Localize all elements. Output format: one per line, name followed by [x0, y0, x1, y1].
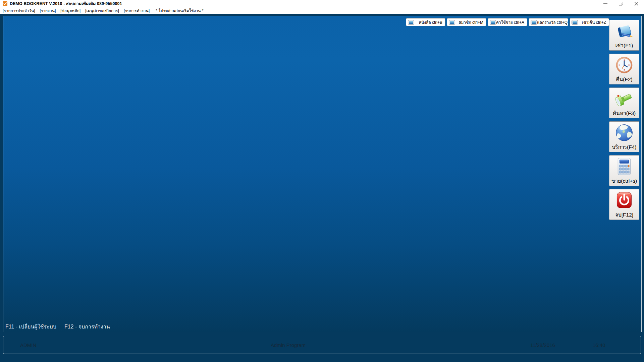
quickbar-button-members[interactable]: สมาชิก ctrl+M [447, 18, 486, 26]
monitor-icon [572, 20, 578, 25]
restore-icon [619, 2, 623, 6]
power-icon [614, 190, 634, 210]
sidebar-button-return[interactable]: คืน(F2) [609, 54, 639, 84]
clock-icon [614, 55, 634, 75]
monitor-icon [408, 20, 414, 25]
minimize-icon [603, 2, 607, 6]
minimize-button[interactable] [598, 0, 613, 7]
title-bar: DEMO BOOKRENT V.2010 : สอบถามเพิ่มเติม 0… [0, 0, 644, 7]
quickbar-button-rent-return[interactable]: เช่า:คืน ctrl+Z [570, 18, 609, 26]
sidebar-button-sell[interactable]: ขาย(ctrl+s) [609, 155, 639, 186]
main-panel: หนังสือ ctrl+B สมาชิก ctrl+M ค่าใช้จ่าย … [3, 16, 642, 332]
menu-item-exit[interactable]: [จบการทำงาน] [121, 7, 152, 14]
monitor-icon [449, 20, 455, 25]
quickbar-button-expenses[interactable]: ค่าใช้จ่าย ctrl+A [488, 18, 527, 26]
calculator-icon [614, 157, 634, 177]
quick-access-bar: หนังสือ ctrl+B สมาชิก ctrl+M ค่าใช้จ่าย … [406, 18, 609, 26]
restore-button[interactable] [613, 0, 629, 7]
close-icon [635, 2, 638, 6]
menu-item-readme-note[interactable]: * โปรดอ่านก่อนเริ่มใช้งาน * [153, 7, 206, 14]
menu-item-owner-menu[interactable]: [เมนูเจ้าของกิจการ] [83, 7, 121, 14]
sidebar-button-service[interactable]: บริการ(F4) [609, 121, 639, 152]
status-bar: ADMIN Admin Program 11/28/2016 16:40 [3, 336, 641, 354]
window-controls [598, 0, 644, 7]
monitor-icon [490, 20, 496, 25]
status-date: 11/28/2016 [530, 342, 555, 348]
sidebar-button-rent[interactable]: เช่า(F1) [609, 20, 639, 51]
quickbar-button-books[interactable]: หนังสือ ctrl+B [406, 18, 445, 26]
menu-bar: [รายการประจำวัน] [รายงาน] [ข้อมูลหลัก] [… [0, 7, 644, 14]
hint-f12: F12 - จบการทำงาน [64, 322, 110, 331]
status-user: ADMIN [20, 342, 36, 348]
menu-item-master-data[interactable]: [ข้อมูลหลัก] [58, 7, 83, 14]
flashlight-icon [614, 89, 634, 109]
globe-icon [614, 123, 634, 143]
status-time: 16:40 [593, 342, 605, 348]
monitor-icon [531, 20, 537, 25]
app-check-icon [3, 1, 7, 6]
close-button[interactable] [629, 0, 644, 7]
function-key-hint: F11 - เปลี่ยนผู้ใช้ระบบ F12 - จบการทำงาน [5, 322, 110, 331]
menu-item-daily-transactions[interactable]: [รายการประจำวัน] [0, 7, 38, 14]
sidebar-button-exit[interactable]: จบ[F12] [609, 189, 639, 220]
hint-spacer [56, 322, 64, 331]
hint-f11: F11 - เปลี่ยนผู้ใช้ระบบ [5, 322, 56, 331]
book-pen-icon [614, 21, 634, 41]
sidebar-button-search[interactable]: ค้นหา(F3) [609, 87, 639, 118]
status-program: Admin Program [271, 342, 306, 348]
window-title: DEMO BOOKRENT V.2010 : สอบถามเพิ่มเติม 0… [10, 0, 122, 7]
quickbar-button-rewards[interactable]: แลกรางวัล ctrl+Q [529, 18, 568, 26]
sidebar: เช่า(F1) คืน(F2) [609, 20, 639, 220]
menu-item-reports[interactable]: [รายงาน] [38, 7, 58, 14]
